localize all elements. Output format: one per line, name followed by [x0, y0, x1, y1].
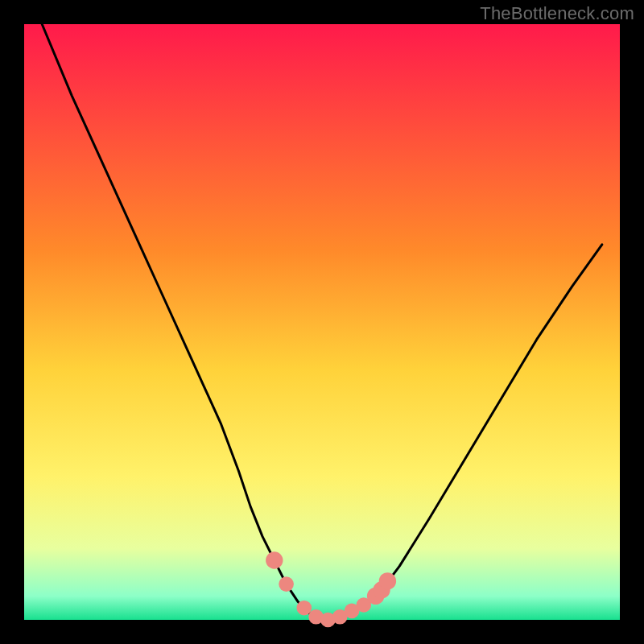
- marker-point: [297, 601, 312, 616]
- marker-point: [279, 576, 294, 592]
- marker-point: [379, 572, 396, 589]
- watermark-text: TheBottleneck.com: [480, 3, 634, 24]
- plot-area: [24, 24, 620, 620]
- chart-canvas: TheBottleneck.com: [0, 0, 644, 644]
- chart-svg: [0, 0, 644, 644]
- marker-point: [266, 551, 283, 568]
